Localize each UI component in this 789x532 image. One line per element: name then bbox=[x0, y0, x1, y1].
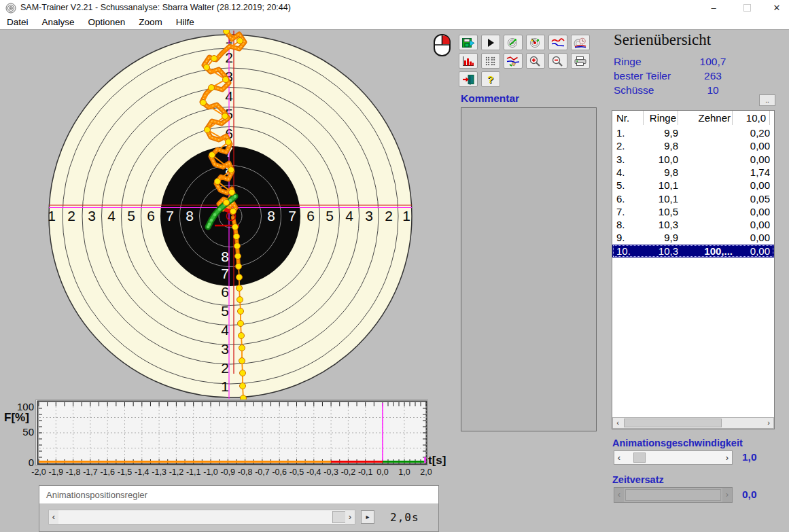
cell-zehner bbox=[678, 192, 734, 205]
scroll-left-arrow[interactable]: ‹ bbox=[49, 510, 58, 524]
anim-speed-value: 1,0 bbox=[742, 451, 757, 463]
cell-zehner bbox=[678, 166, 734, 179]
toolbar-button-save[interactable] bbox=[459, 35, 478, 50]
menu-item-hilfe[interactable]: Hilfe bbox=[169, 16, 201, 29]
table-row[interactable]: 10.10,3100,...0,00 bbox=[612, 245, 774, 258]
series-overview-title: Serienübersicht bbox=[614, 31, 711, 49]
table-row[interactable]: 7.10,50,00 bbox=[612, 205, 774, 218]
slider-right-arrow[interactable]: › bbox=[722, 451, 732, 464]
svg-text:-1,4: -1,4 bbox=[135, 467, 150, 477]
scroll-thumb[interactable] bbox=[624, 419, 722, 427]
cell-last: 0,00 bbox=[733, 218, 773, 231]
menu-item-optionen[interactable]: Optionen bbox=[82, 16, 133, 29]
cell-zehner bbox=[678, 126, 734, 139]
table-row[interactable]: 4.9,81,74 bbox=[612, 166, 774, 179]
position-step-button[interactable]: ▸ bbox=[361, 510, 374, 524]
svg-text:6: 6 bbox=[147, 208, 155, 224]
svg-text:6: 6 bbox=[306, 208, 315, 224]
table-row[interactable]: 1.9,90,20 bbox=[612, 126, 774, 139]
svg-text:-1,2: -1,2 bbox=[169, 467, 184, 477]
cell-ringe: 9,8 bbox=[644, 139, 680, 152]
toolbar-button-line-chart[interactable] bbox=[548, 35, 567, 50]
cell-ringe: 10,0 bbox=[644, 153, 680, 166]
svg-text:1,0: 1,0 bbox=[398, 467, 410, 477]
anim-speed-slider[interactable]: ‹ › bbox=[614, 450, 733, 465]
cell-nr: 5. bbox=[612, 179, 648, 192]
toolbar-button-target-view[interactable] bbox=[504, 35, 523, 50]
time-offset-thumb[interactable] bbox=[625, 489, 721, 501]
cell-zehner bbox=[678, 218, 734, 231]
menu-bar: DateiAnalyseOptionenZoomHilfe bbox=[0, 16, 789, 30]
more-button[interactable]: .. bbox=[759, 94, 775, 106]
minimize-button[interactable]: – bbox=[701, 0, 726, 16]
anim-speed-thumb[interactable] bbox=[633, 453, 646, 463]
title-bar[interactable]: SAM-Trainer V2.21 - Schussanalyse: Sbarr… bbox=[0, 0, 789, 16]
column-header-zehner[interactable]: Zehner bbox=[678, 111, 733, 125]
column-header-100[interactable]: 10,0 bbox=[733, 111, 770, 125]
toolbar-button-exit[interactable] bbox=[459, 71, 478, 87]
menu-item-datei[interactable]: Datei bbox=[0, 16, 35, 29]
close-button[interactable]: ✕ bbox=[764, 0, 789, 16]
cell-ringe: 10,3 bbox=[644, 218, 680, 231]
slider-left-arrow[interactable]: ‹ bbox=[614, 488, 624, 502]
svg-text:5: 5 bbox=[127, 208, 135, 224]
cell-ringe: 9,9 bbox=[644, 231, 680, 244]
position-thumb[interactable] bbox=[332, 511, 347, 523]
comment-box[interactable] bbox=[461, 107, 597, 431]
toolbar-button-print[interactable] bbox=[571, 53, 590, 69]
cell-ringe: 10,1 bbox=[644, 179, 680, 192]
svg-text:5: 5 bbox=[221, 303, 229, 319]
slider-right-arrow[interactable]: › bbox=[722, 488, 732, 502]
cell-zehner: 100,... bbox=[678, 245, 734, 258]
animation-position-scrollbar[interactable]: ‹ › bbox=[48, 510, 355, 525]
table-row[interactable]: 6.10,10,05 bbox=[612, 192, 774, 205]
shot-grid-icon bbox=[484, 56, 497, 67]
shots-table-hscrollbar[interactable]: ‹ › bbox=[612, 417, 774, 429]
scroll-left-arrow[interactable]: ‹ bbox=[613, 418, 623, 428]
menu-item-zoom[interactable]: Zoom bbox=[132, 16, 169, 29]
cell-zehner bbox=[678, 139, 734, 152]
overview-label-2: Schüsse bbox=[614, 84, 654, 96]
column-header-nr[interactable]: Nr. bbox=[612, 111, 644, 125]
svg-text:-0,6: -0,6 bbox=[272, 467, 287, 477]
line-chart-icon bbox=[551, 37, 565, 48]
toolbar-button-help[interactable]: ?? bbox=[481, 71, 500, 87]
toolbar-button-shot-grid[interactable] bbox=[481, 53, 500, 69]
table-row[interactable]: 5.10,10,00 bbox=[612, 179, 774, 192]
toolbar-button-time-chart[interactable] bbox=[571, 35, 590, 50]
svg-text:4: 4 bbox=[345, 208, 353, 224]
maximize-button[interactable] bbox=[734, 0, 760, 16]
table-row[interactable]: 8.10,30,00 bbox=[612, 218, 774, 231]
edit-chart-icon bbox=[506, 56, 520, 67]
slider-left-arrow[interactable]: ‹ bbox=[614, 451, 624, 464]
svg-text:-1,3: -1,3 bbox=[152, 467, 166, 477]
cell-last: 0,05 bbox=[733, 192, 773, 205]
cell-nr: 7. bbox=[612, 205, 648, 218]
column-header-ringe[interactable]: Ringe bbox=[644, 111, 678, 125]
svg-text:t[s]: t[s] bbox=[428, 454, 446, 467]
table-row[interactable]: 2.9,80,00 bbox=[612, 139, 774, 152]
cell-last: 0,00 bbox=[733, 231, 773, 244]
svg-text:-1,8: -1,8 bbox=[66, 467, 81, 477]
scroll-right-arrow[interactable]: › bbox=[345, 510, 355, 524]
svg-text:2: 2 bbox=[221, 360, 229, 376]
toolbar-button-zoom-in[interactable] bbox=[526, 53, 545, 69]
scroll-right-arrow[interactable]: › bbox=[764, 418, 773, 428]
table-row[interactable]: 9.9,90,00 bbox=[612, 231, 774, 244]
toolbar-button-bar-chart[interactable] bbox=[459, 53, 478, 69]
svg-text:-1,5: -1,5 bbox=[118, 467, 133, 477]
toolbar-button-zoom-out[interactable] bbox=[548, 53, 567, 69]
svg-text:-0,8: -0,8 bbox=[238, 467, 253, 477]
toolbar-button-play[interactable] bbox=[481, 35, 500, 50]
cell-last: 0,00 bbox=[733, 153, 773, 166]
comment-label: Kommentar bbox=[461, 92, 519, 105]
table-row[interactable]: 3.10,00,00 bbox=[612, 153, 774, 166]
time-offset-slider[interactable]: ‹ › bbox=[614, 487, 733, 503]
animation-position-titlebar[interactable]: Animationspositionsregler bbox=[39, 486, 438, 503]
menu-item-analyse[interactable]: Analyse bbox=[35, 16, 82, 29]
shots-table: Nr.RingeZehner10,01.9,90,202.9,80,003.10… bbox=[612, 110, 775, 429]
toolbar-button-edit-chart[interactable] bbox=[504, 53, 523, 69]
time-offset-label: Zeitversatz bbox=[612, 474, 664, 485]
svg-text:F[%]: F[%] bbox=[4, 411, 29, 424]
toolbar-button-target-shots[interactable] bbox=[526, 35, 545, 50]
